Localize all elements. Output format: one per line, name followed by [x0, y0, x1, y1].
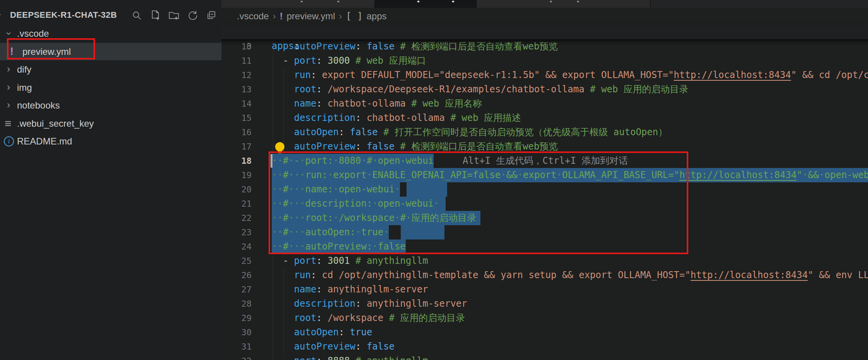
line-content: autoPreview: false	[272, 340, 395, 354]
line-number: 16	[221, 125, 252, 139]
line-content: ··#···autoPreview:·false	[272, 239, 406, 254]
line-content: description: anythingllm-server	[272, 297, 467, 311]
tab-strip	[221, 0, 868, 8]
code-line[interactable]: 11 - port: 3000 # web 应用端口	[221, 54, 868, 68]
code-line[interactable]: 17 autoPreview: false # 检测到端口后是否自动查看web预…	[221, 139, 868, 154]
link-text[interactable]: http://localhost:8434	[691, 270, 808, 280]
breadcrumb-item[interactable]: apps	[366, 8, 386, 25]
line-number: 24	[221, 239, 252, 254]
line-content: ··#···description:·open-webui·	[272, 197, 439, 211]
tree-item-label: preview.yml	[22, 43, 71, 60]
refresh-icon[interactable]	[187, 10, 198, 21]
code-line[interactable]: 15 description: chatbot-ollama # web 应用描…	[221, 111, 868, 125]
info-icon: i	[4, 136, 14, 146]
selection-highlight	[401, 225, 444, 239]
editor-tab-active[interactable]	[375, 0, 477, 8]
inline-ai-hint: Alt+I 生成代码，Ctrl+I 添加到对话	[463, 154, 628, 168]
chevron-down-icon: ›	[0, 30, 17, 37]
line-number: 18	[221, 154, 252, 168]
code-line[interactable]: 28 description: anythingllm-server	[221, 297, 868, 311]
search-icon[interactable]	[131, 10, 143, 21]
line-number: 22	[221, 211, 252, 225]
tree-item-label: dify	[17, 61, 31, 78]
line-number: 30	[221, 325, 252, 340]
line-content: root: /workspace/Deepseek-R1/examples/ch…	[272, 82, 688, 97]
line-content: autoOpen: false # 打开工作空间时是否自动启动预览（优先级高于根…	[272, 125, 667, 139]
new-file-icon[interactable]	[150, 10, 161, 21]
editor-tab[interactable]	[477, 0, 650, 8]
warning-icon: !	[10, 43, 14, 60]
explorer-title: DEEPSEEK-R1-CHAT-32B	[10, 5, 117, 25]
code-line[interactable]: 27 name: anythingllm-server	[221, 282, 868, 297]
code-line[interactable]: 29 root: /workspace # 应用的启动目录	[221, 311, 868, 325]
line-content: description: chatbot-ollama # web 应用描述	[272, 111, 521, 125]
tree-item-vscode[interactable]: ›.vscode	[0, 25, 221, 42]
line-number: 32	[221, 354, 252, 360]
text-cursor	[271, 154, 272, 168]
lightbulb-icon[interactable]	[275, 142, 285, 154]
code-line[interactable]: 18··#·-·port:·8080·#·open-webuiAlt+I 生成代…	[221, 154, 868, 168]
line-content: ··#···root:·/workspace·#·应用的启动目录	[272, 211, 476, 225]
warning-icon: !	[280, 8, 283, 25]
code-line[interactable]: 14 name: chatbot-ollama # web 应用名称	[221, 97, 868, 111]
explorer-sidebar: › DEEPSEEK-R1-CHAT-32B ›.vscode!preview.…	[0, 0, 222, 360]
tree-item-img[interactable]: ›img	[0, 79, 221, 96]
tab-strip-filler	[650, 0, 868, 8]
tree-item-readme-md[interactable]: iREADME.md	[0, 132, 221, 150]
tree-item-webui-secret-key[interactable]: ≡.webui_secret_key	[0, 115, 221, 132]
tree-item-label: .vscode	[17, 25, 49, 42]
line-content: run: cd /opt/anythingllm-template && yar…	[272, 268, 868, 282]
code-area[interactable]: 10 autoPreview: false # 检测到端口后是否自动查看web预…	[221, 39, 868, 360]
line-content: autoPreview: false # 检测到端口后是否自动查看web预览	[272, 139, 558, 154]
new-folder-icon[interactable]	[168, 10, 180, 21]
line-number: 11	[221, 54, 252, 68]
code-line[interactable]: 12 run: export DEFAULT_MODEL="deepseek-r…	[221, 68, 868, 82]
code-line[interactable]: 20··#···name:·open-webui·	[221, 182, 868, 197]
code-line[interactable]: 26 run: cd /opt/anythingllm-template && …	[221, 268, 868, 282]
tree-item-label: README.md	[17, 132, 72, 150]
line-number: 14	[221, 97, 252, 111]
line-number: 3	[221, 39, 252, 53]
line-content: run: export DEFAULT_MODEL="deepseek-r1:1…	[272, 68, 868, 82]
vscode-window: { "colors": { "editor_bg": "#1e1f1f", "s…	[0, 0, 868, 360]
line-content: autoOpen: true	[272, 325, 372, 340]
code-line[interactable]: 16 autoOpen: false # 打开工作空间时是否自动启动预览（优先级…	[221, 125, 868, 139]
link-text[interactable]: http://localhost:8434	[679, 170, 797, 180]
code-line[interactable]: 21··#···description:·open-webui·	[221, 197, 868, 211]
chevron-right-icon: ›	[5, 61, 12, 78]
code-line[interactable]: 25 - port: 3001 # anythingllm	[221, 254, 868, 268]
code-line[interactable]: 31 autoPreview: false	[221, 340, 868, 354]
tree-item-preview-yml[interactable]: !preview.yml	[0, 43, 221, 60]
tree-item-notebooks[interactable]: ›notebooks	[0, 97, 221, 114]
code-line[interactable]: 23··#···autoOpen:·true·	[221, 225, 868, 239]
code-line[interactable]: 24··#···autoPreview:·false	[221, 239, 868, 254]
line-number: 12	[221, 68, 252, 82]
line-number: 17	[221, 139, 252, 154]
line-number: 20	[221, 182, 252, 197]
line-number: 26	[221, 268, 252, 282]
line-content: ··#·-·port:·8080·#·open-webui	[272, 154, 434, 168]
breadcrumb-item[interactable]: .vscode	[237, 8, 269, 25]
tree-item-dify[interactable]: ›dify	[0, 61, 221, 78]
collapse-all-icon[interactable]	[205, 10, 217, 21]
editor-tab[interactable]	[221, 0, 375, 8]
link-text[interactable]: http://localhost:8434	[674, 70, 791, 80]
sticky-scroll[interactable]: 3apps:	[221, 25, 868, 40]
tree-item-label: .webui_secret_key	[17, 115, 94, 132]
code-line[interactable]: 3apps:	[221, 39, 868, 53]
code-line[interactable]: 13 root: /workspace/Deepseek-R1/examples…	[221, 82, 868, 97]
line-number: 27	[221, 282, 252, 297]
line-content: name: anythingllm-server	[272, 282, 428, 297]
code-line[interactable]: 22··#···root:·/workspace·#·应用的启动目录	[221, 211, 868, 225]
code-line[interactable]: 30 autoOpen: true	[221, 325, 868, 340]
line-content: ··#···run:·export·ENABLE_OPENAI_API=fals…	[272, 168, 868, 182]
breadcrumb: .vscode›!preview.yml›[ ]apps	[221, 8, 868, 25]
code-line[interactable]: 19··#···run:·export·ENABLE_OPENAI_API=fa…	[221, 168, 868, 182]
line-number: 21	[221, 197, 252, 211]
editor-area[interactable]: .vscode›!preview.yml›[ ]apps 3apps: 10 a…	[221, 0, 868, 360]
breadcrumb-item[interactable]: preview.yml	[287, 8, 335, 25]
code-line[interactable]: 32 - port: 8888 # anythingllm	[221, 354, 868, 360]
explorer-header: › DEEPSEEK-R1-CHAT-32B	[0, 5, 221, 25]
chevron-down-icon[interactable]: ›	[0, 14, 5, 17]
line-content: - port: 3000 # web 应用端口	[272, 54, 426, 68]
